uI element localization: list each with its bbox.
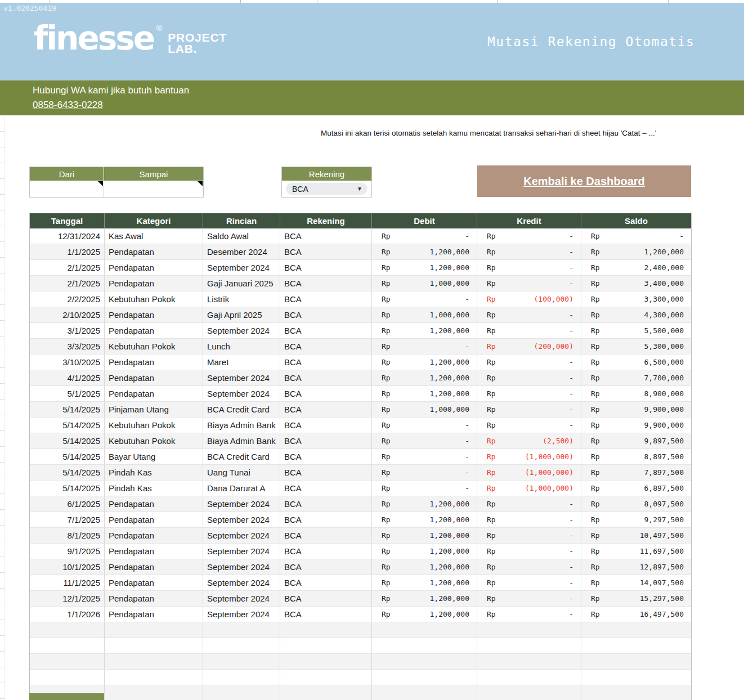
to-date-input[interactable] — [104, 181, 203, 197]
cell-rincian[interactable]: Uang Tunai — [203, 465, 280, 480]
cell-debit[interactable]: Rp1,200,000 — [372, 512, 477, 527]
cell-debit[interactable]: Rp- — [372, 481, 477, 496]
cell-rekening[interactable]: BCA — [280, 544, 372, 559]
cell-rincian[interactable]: September 2024 — [203, 386, 280, 401]
cell-debit[interactable]: Rp- — [372, 433, 477, 448]
cell-rincian[interactable]: September 2024 — [203, 528, 280, 543]
cell-rekening[interactable]: BCA — [280, 276, 372, 291]
cell-saldo[interactable]: Rp8,900,000 — [581, 386, 691, 401]
empty-cell[interactable] — [581, 622, 691, 638]
cell-saldo[interactable]: Rp1,200,000 — [581, 244, 691, 259]
empty-cell[interactable] — [105, 685, 203, 700]
cell-saldo[interactable]: Rp2,400,000 — [581, 260, 691, 275]
empty-cell[interactable] — [203, 622, 280, 638]
cell-saldo[interactable]: Rp3,400,000 — [581, 276, 691, 291]
cell-kategori[interactable]: Pendapatan — [105, 607, 203, 622]
cell-kredit[interactable]: Rp- — [477, 575, 581, 590]
cell-rincian[interactable]: September 2024 — [203, 544, 280, 559]
cell-kredit[interactable]: Rp- — [477, 323, 581, 338]
cell-rekening[interactable]: BCA — [280, 339, 372, 354]
cell-tanggal[interactable]: 1/1/2025 — [30, 244, 105, 259]
cell-rekening[interactable]: BCA — [280, 355, 372, 370]
cell-debit[interactable]: Rp1,200,000 — [372, 323, 477, 338]
cell-rekening[interactable]: BCA — [280, 228, 372, 244]
empty-cell[interactable] — [581, 654, 691, 669]
cell-kredit[interactable]: Rp(1,000,000) — [477, 449, 581, 464]
cell-kredit[interactable]: Rp(200,000) — [477, 339, 581, 354]
cell-tanggal[interactable]: 3/1/2025 — [30, 323, 105, 338]
cell-debit[interactable]: Rp1,200,000 — [372, 607, 477, 622]
cell-kategori[interactable]: Kebutuhan Pokok — [105, 418, 203, 433]
cell-tanggal[interactable]: 2/1/2025 — [30, 276, 105, 291]
cell-tanggal[interactable]: 8/1/2025 — [30, 528, 105, 543]
cell-debit[interactable]: Rp1,200,000 — [372, 528, 477, 543]
cell-tanggal[interactable]: 12/31/2024 — [30, 228, 105, 244]
cell-saldo[interactable]: Rp8,097,500 — [581, 496, 691, 511]
cell-tanggal[interactable]: 5/1/2025 — [30, 386, 105, 401]
cell-rekening[interactable]: BCA — [280, 433, 372, 448]
cell-debit[interactable]: Rp1,000,000 — [372, 276, 477, 291]
cell-rincian[interactable]: Dana Darurat A — [203, 481, 280, 496]
cell-kategori[interactable]: Pendapatan — [105, 260, 203, 275]
cell-tanggal[interactable]: 2/2/2025 — [30, 291, 105, 307]
cell-tanggal[interactable]: 5/14/2025 — [30, 418, 105, 433]
cell-debit[interactable]: Rp1,200,000 — [372, 575, 477, 590]
cell-tanggal[interactable]: 10/1/2025 — [30, 559, 105, 575]
cell-saldo[interactable]: Rp16,497,500 — [581, 607, 691, 622]
empty-cell[interactable] — [477, 638, 581, 653]
cell-kredit[interactable]: Rp- — [477, 512, 581, 527]
empty-cell[interactable] — [581, 638, 691, 653]
empty-cell[interactable] — [477, 685, 581, 700]
cell-tanggal[interactable]: 3/3/2025 — [30, 339, 105, 354]
cell-kategori[interactable]: Pendapatan — [105, 544, 203, 559]
cell-kredit[interactable]: Rp- — [477, 528, 581, 543]
cell-kredit[interactable]: Rp- — [477, 355, 581, 370]
cell-rincian[interactable]: September 2024 — [203, 607, 280, 622]
cell-rincian[interactable]: Listrik — [203, 291, 280, 307]
cell-kredit[interactable]: Rp(1,000,000) — [477, 481, 581, 496]
cell-kredit[interactable]: Rp- — [477, 402, 581, 417]
cell-saldo[interactable]: Rp6,897,500 — [581, 481, 691, 496]
cell-rincian[interactable]: BCA Credit Card — [203, 449, 280, 464]
cell-debit[interactable]: Rp1,200,000 — [372, 260, 477, 275]
cell-debit[interactable]: Rp- — [372, 449, 477, 464]
cell-rincian[interactable]: September 2024 — [203, 496, 280, 511]
cell-saldo[interactable]: Rp11,697,500 — [581, 544, 691, 559]
cell-tanggal[interactable]: 5/14/2025 — [30, 402, 105, 417]
empty-cell[interactable] — [477, 654, 581, 669]
cell-kategori[interactable]: Kebutuhan Pokok — [105, 433, 203, 448]
cell-kategori[interactable]: Pendapatan — [105, 307, 203, 322]
cell-saldo[interactable]: Rp7,700,000 — [581, 370, 691, 385]
cell-kategori[interactable]: Pendapatan — [105, 575, 203, 590]
cell-saldo[interactable]: Rp8,897,500 — [581, 449, 691, 464]
cell-rincian[interactable]: September 2024 — [203, 323, 280, 338]
cell-kategori[interactable]: Kebutuhan Pokok — [105, 291, 203, 307]
cell-tanggal[interactable]: 2/10/2025 — [30, 307, 105, 322]
cell-rincian[interactable]: September 2024 — [203, 591, 280, 606]
cell-debit[interactable]: Rp- — [372, 465, 477, 480]
cell-kredit[interactable]: Rp(2,500) — [477, 433, 581, 448]
cell-saldo[interactable]: Rp9,900,000 — [581, 418, 691, 433]
cell-kategori[interactable]: Pindah Kas — [105, 481, 203, 496]
cell-debit[interactable]: Rp1,200,000 — [372, 544, 477, 559]
empty-cell[interactable] — [372, 638, 477, 653]
cell-kredit[interactable]: Rp- — [477, 386, 581, 401]
cell-kategori[interactable]: Pendapatan — [105, 276, 203, 291]
cell-kredit[interactable]: Rp- — [477, 276, 581, 291]
cell-saldo[interactable]: Rp10,497,500 — [581, 528, 691, 543]
cell-debit[interactable]: Rp1,200,000 — [372, 496, 477, 511]
cell-tanggal[interactable]: 6/1/2025 — [30, 496, 105, 511]
cell-kategori[interactable]: Pendapatan — [105, 559, 203, 575]
empty-cell[interactable] — [372, 685, 477, 700]
empty-cell[interactable] — [203, 685, 280, 700]
cell-rincian[interactable]: Gaji Januari 2025 — [203, 276, 280, 291]
cell-saldo[interactable]: Rp6,500,000 — [581, 355, 691, 370]
cell-rekening[interactable]: BCA — [280, 244, 372, 259]
cell-rekening[interactable]: BCA — [280, 481, 372, 496]
cell-saldo[interactable]: Rp7,897,500 — [581, 465, 691, 480]
cell-rincian[interactable]: Gaji April 2025 — [203, 307, 280, 322]
empty-cell[interactable] — [477, 622, 581, 638]
empty-cell[interactable] — [280, 670, 372, 685]
empty-cell[interactable] — [477, 670, 581, 685]
empty-cell[interactable] — [30, 654, 105, 669]
